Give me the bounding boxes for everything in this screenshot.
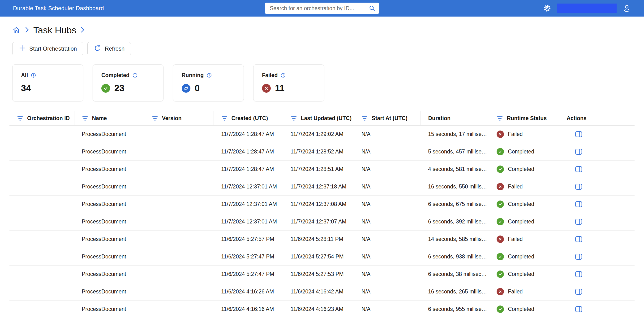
open-panel-icon[interactable]	[575, 236, 582, 242]
cell-name: ProcessDocument	[74, 126, 144, 143]
filter-icon[interactable]	[82, 116, 88, 121]
stat-label: Failed	[262, 72, 278, 79]
cell-name: ProcessDocument	[74, 161, 144, 178]
stat-card-failed[interactable]: Failed 11	[253, 64, 324, 101]
filter-icon[interactable]	[362, 116, 368, 121]
cell-duration: 6 seconds, 392 millise…	[420, 213, 489, 230]
open-panel-icon[interactable]	[575, 166, 582, 172]
filter-icon[interactable]	[17, 116, 23, 121]
refresh-button[interactable]: Refresh	[88, 42, 131, 55]
table-row[interactable]: ProcessDocument 11/6/2024 5:27:47 PM 11/…	[10, 248, 634, 265]
filter-icon[interactable]	[291, 116, 297, 121]
search-icon[interactable]	[368, 4, 376, 12]
table-row[interactable]: ProcessDocument 11/7/2024 1:28:47 AM 11/…	[10, 126, 634, 143]
table-row[interactable]: ProcessDocument 11/6/2024 5:27:57 PM 11/…	[10, 230, 634, 248]
column-header-label: Runtime Status	[507, 115, 547, 122]
cell-orchestration-id	[10, 283, 74, 300]
x-circle-icon	[262, 84, 271, 93]
status-label: Failed	[508, 288, 523, 295]
person-icon[interactable]	[622, 4, 631, 13]
cell-orchestration-id	[10, 143, 74, 161]
filter-icon[interactable]	[497, 116, 503, 121]
stat-card-completed[interactable]: Completed 23	[92, 64, 164, 101]
table-row[interactable]: ProcessDocument 11/6/2024 4:16:16 AM 11/…	[10, 300, 634, 318]
stat-value: 0	[195, 83, 200, 93]
cell-last-updated: 11/7/2024 12:37:07 AM	[283, 213, 354, 230]
status-icon	[496, 200, 504, 208]
status-label: Failed	[508, 131, 523, 137]
open-panel-icon[interactable]	[575, 183, 582, 190]
cell-last-updated: 11/7/2024 12:37:08 AM	[283, 196, 354, 213]
toolbar: Start Orchestration Refresh	[0, 36, 644, 55]
cell-orchestration-id	[10, 300, 74, 318]
column-header-name: Name	[74, 111, 144, 126]
open-panel-icon[interactable]	[575, 306, 582, 312]
top-app-bar: Durable Task Scheduler Dashboard	[0, 0, 644, 17]
cell-last-updated: 11/7/2024 12:37:18 AM	[283, 178, 354, 196]
home-icon[interactable]	[12, 26, 21, 35]
open-panel-icon[interactable]	[575, 253, 582, 260]
cell-runtime-status: Failed	[489, 283, 559, 300]
cell-start-at: N/A	[354, 161, 420, 178]
open-panel-icon[interactable]	[575, 218, 582, 225]
cell-version	[144, 230, 214, 248]
cell-start-at: N/A	[354, 213, 420, 230]
cell-version	[144, 143, 214, 161]
stat-value: 11	[275, 83, 284, 93]
status-icon	[496, 131, 504, 138]
cell-version	[144, 178, 214, 196]
info-icon[interactable]	[207, 73, 212, 78]
cell-actions	[559, 300, 634, 318]
open-panel-icon[interactable]	[575, 131, 582, 137]
cell-created: 11/6/2024 5:27:47 PM	[214, 265, 283, 283]
cell-last-updated: 11/6/2024 5:28:11 PM	[283, 230, 354, 248]
cell-start-at: N/A	[354, 143, 420, 161]
open-panel-icon[interactable]	[575, 288, 582, 295]
start-orchestration-button[interactable]: Start Orchestration	[12, 42, 83, 55]
cell-created: 11/7/2024 1:28:47 AM	[214, 126, 283, 143]
table-row[interactable]: ProcessDocument 11/7/2024 1:28:47 AM 11/…	[10, 161, 634, 178]
status-label: Failed	[508, 183, 523, 190]
cell-created: 11/6/2024 5:27:57 PM	[214, 230, 283, 248]
filter-icon[interactable]	[152, 116, 158, 121]
info-icon[interactable]	[281, 73, 286, 78]
cell-last-updated: 11/6/2024 5:27:53 PM	[283, 265, 354, 283]
stat-card-running[interactable]: Running 0	[173, 64, 244, 101]
cell-last-updated: 11/6/2024 5:27:54 PM	[283, 248, 354, 265]
column-header-label: Name	[92, 115, 107, 122]
table-row[interactable]: ProcessDocument 11/7/2024 12:37:01 AM 11…	[10, 178, 634, 196]
cell-runtime-status: Completed	[489, 161, 559, 178]
table-row[interactable]: ProcessDocument 11/7/2024 1:28:47 AM 11/…	[10, 143, 634, 161]
table-row[interactable]: ProcessDocument 11/6/2024 5:27:47 PM 11/…	[10, 265, 634, 283]
cell-name: ProcessDocument	[74, 248, 144, 265]
cell-duration: 6 seconds, 38 millisec…	[420, 265, 489, 283]
filter-icon[interactable]	[221, 116, 228, 121]
cell-actions	[559, 143, 634, 161]
cell-name: ProcessDocument	[74, 283, 144, 300]
info-icon[interactable]	[31, 73, 36, 78]
cell-runtime-status: Completed	[489, 143, 559, 161]
cell-orchestration-id	[10, 161, 74, 178]
status-icon	[496, 183, 504, 190]
column-header-start-at-utc: Start At (UTC)	[354, 111, 420, 126]
open-panel-icon[interactable]	[575, 271, 582, 277]
open-panel-icon[interactable]	[575, 149, 582, 155]
column-header-runtime-status: Runtime Status	[489, 111, 559, 126]
column-header-version: Version	[144, 111, 214, 126]
stat-card-all[interactable]: All 34	[12, 64, 83, 101]
gear-icon[interactable]	[543, 4, 552, 13]
table-row[interactable]: ProcessDocument 11/7/2024 12:37:01 AM 11…	[10, 213, 634, 230]
cell-runtime-status: Completed	[489, 300, 559, 318]
cell-start-at: N/A	[354, 248, 420, 265]
info-icon[interactable]	[132, 73, 138, 78]
cell-created: 11/6/2024 4:16:26 AM	[214, 283, 283, 300]
cell-version	[144, 126, 214, 143]
table-row[interactable]: ProcessDocument 11/6/2024 4:16:26 AM 11/…	[10, 283, 634, 300]
cell-duration: 15 seconds, 17 millise…	[420, 126, 489, 143]
search-input[interactable]	[269, 5, 368, 12]
cell-orchestration-id	[10, 213, 74, 230]
table-row[interactable]: ProcessDocument 11/7/2024 12:37:01 AM 11…	[10, 196, 634, 213]
open-panel-icon[interactable]	[575, 201, 582, 207]
status-icon	[496, 166, 504, 173]
cell-created: 11/7/2024 12:37:01 AM	[214, 213, 283, 230]
